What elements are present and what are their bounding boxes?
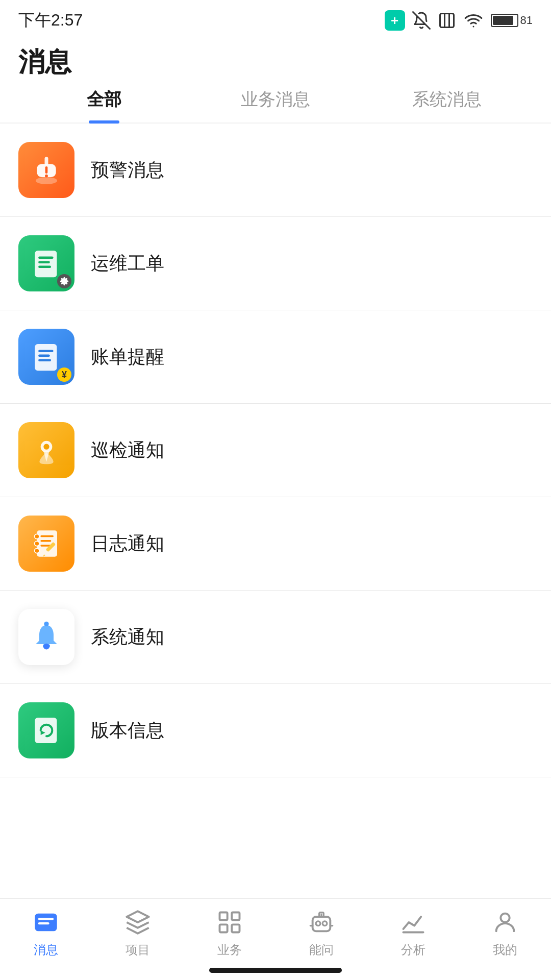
list-item-log[interactable]: 日志通知 xyxy=(0,497,551,591)
tab-business[interactable]: 业务消息 xyxy=(190,88,361,122)
svg-rect-33 xyxy=(220,913,228,920)
status-time: 下午2:57 xyxy=(18,9,83,32)
patrol-label: 巡检通知 xyxy=(91,438,164,463)
nav-mine[interactable]: 我的 xyxy=(459,908,551,958)
bell-slash-icon xyxy=(412,11,431,30)
battery-icon: 81 xyxy=(491,14,533,27)
svg-rect-32 xyxy=(38,922,49,924)
svg-rect-3 xyxy=(45,157,48,165)
warning-label: 预警消息 xyxy=(91,158,164,183)
green-plus-icon: + xyxy=(385,10,405,31)
nav-aineng-label: 能问 xyxy=(309,942,334,958)
nav-messages-label: 消息 xyxy=(34,942,58,958)
svg-rect-11 xyxy=(38,350,53,353)
ops-label: 运维工单 xyxy=(91,251,164,276)
svg-point-39 xyxy=(322,921,327,926)
svg-rect-8 xyxy=(38,261,50,264)
nav-analysis[interactable]: 分析 xyxy=(367,908,459,958)
list-item-version[interactable]: 版本信息 xyxy=(0,684,551,777)
version-icon xyxy=(18,702,74,758)
svg-point-18 xyxy=(35,542,39,546)
nav-business[interactable]: 业务 xyxy=(184,908,276,958)
svg-rect-4 xyxy=(45,166,48,174)
svg-rect-7 xyxy=(38,257,53,259)
page-header: 消息 xyxy=(0,41,551,78)
nav-mine-label: 我的 xyxy=(493,942,517,958)
svg-point-1 xyxy=(36,177,57,184)
gear-badge xyxy=(57,274,71,288)
nav-analysis-icon xyxy=(399,908,428,937)
screen-icon xyxy=(438,11,456,30)
svg-rect-10 xyxy=(35,344,57,371)
svg-rect-28 xyxy=(35,718,57,743)
svg-point-25 xyxy=(44,622,48,626)
svg-point-17 xyxy=(35,534,39,539)
tab-system[interactable]: 系统消息 xyxy=(361,88,533,122)
nav-analysis-label: 分析 xyxy=(401,942,425,958)
version-label: 版本信息 xyxy=(91,718,164,743)
nav-aineng[interactable]: 能问 xyxy=(276,908,367,958)
svg-rect-35 xyxy=(220,924,228,932)
warning-icon xyxy=(18,142,74,198)
list-item-ops[interactable]: 运维工单 xyxy=(0,217,551,310)
ops-icon xyxy=(18,235,74,291)
log-icon xyxy=(18,516,74,572)
nav-business-icon xyxy=(215,908,244,937)
svg-rect-36 xyxy=(232,924,239,932)
patrol-icon xyxy=(18,422,74,478)
list-item-patrol[interactable]: 巡检通知 xyxy=(0,404,551,497)
nav-messages[interactable]: 消息 xyxy=(0,908,92,958)
svg-rect-34 xyxy=(232,913,239,920)
status-icons: + 81 xyxy=(385,10,533,31)
yen-badge: ¥ xyxy=(57,368,71,382)
nav-project[interactable]: 项目 xyxy=(92,908,184,958)
list-item-warning[interactable]: 预警消息 xyxy=(0,124,551,217)
nav-project-icon xyxy=(123,908,152,937)
nav-messages-icon xyxy=(32,908,60,937)
nav-mine-icon xyxy=(491,908,519,937)
message-list: 预警消息 运维工单 xyxy=(0,124,551,777)
svg-rect-21 xyxy=(40,540,51,542)
nav-business-label: 业务 xyxy=(217,942,242,958)
svg-point-27 xyxy=(43,644,49,650)
svg-rect-9 xyxy=(38,266,51,268)
svg-rect-20 xyxy=(40,535,54,537)
svg-point-38 xyxy=(316,921,320,926)
svg-point-5 xyxy=(45,175,48,178)
svg-rect-6 xyxy=(35,251,57,277)
svg-point-15 xyxy=(43,444,49,450)
tabs-bar: 全部 业务消息 系统消息 xyxy=(0,88,551,124)
svg-rect-12 xyxy=(38,355,50,357)
page-title: 消息 xyxy=(18,46,533,78)
nav-project-label: 项目 xyxy=(126,942,150,958)
home-indicator xyxy=(209,968,342,973)
status-bar: 下午2:57 + 81 xyxy=(0,0,551,41)
svg-point-45 xyxy=(500,914,509,922)
nav-aineng-icon xyxy=(307,908,336,937)
list-item-bill[interactable]: ¥ 账单提醒 xyxy=(0,310,551,404)
wifi-icon xyxy=(463,11,484,30)
svg-rect-0 xyxy=(440,14,454,28)
tab-all[interactable]: 全部 xyxy=(18,88,190,122)
bill-label: 账单提醒 xyxy=(91,345,164,370)
sysnotify-icon xyxy=(18,609,74,665)
sysnotify-label: 系统通知 xyxy=(91,625,164,650)
bill-icon: ¥ xyxy=(18,329,74,385)
log-label: 日志通知 xyxy=(91,531,164,556)
svg-point-19 xyxy=(35,549,39,553)
svg-rect-13 xyxy=(38,359,51,362)
list-item-sysnotify[interactable]: 系统通知 xyxy=(0,591,551,684)
svg-rect-31 xyxy=(38,918,54,920)
